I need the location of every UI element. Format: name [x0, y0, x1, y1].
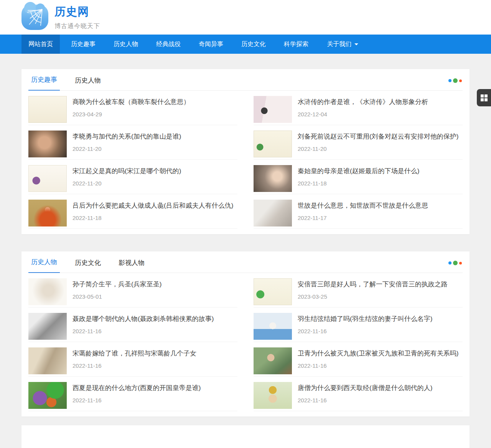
article-row[interactable]: 安倍晋三郎是好人吗，了解一下安倍晋三的执政之路 2023-03-25: [254, 273, 463, 307]
carousel-dots: [447, 261, 462, 265]
article-thumbnail: [28, 200, 67, 226]
article-title: 唐僧为什么要到西天取经(唐僧是什么朝代的人): [298, 384, 432, 392]
article-date: 2022-11-16: [72, 362, 196, 369]
nav-item-about-us[interactable]: 关于我们: [320, 35, 366, 54]
nav-item-science-explore[interactable]: 科学探索: [277, 35, 315, 54]
article-row[interactable]: 吕后为什么要把戚夫人做成人彘(吕后和戚夫人有什么仇) 2022-11-18: [28, 194, 237, 229]
article-title: 羽生结弦结婚了吗(羽生结弦的妻子叫什么名字): [298, 315, 432, 323]
article-thumbnail: [254, 347, 292, 374]
article-title: 吕后为什么要把戚夫人做成人彘(吕后和戚夫人有什么仇): [72, 202, 233, 210]
article-title: 世故是什么意思，知世故而不世故是什么意思: [298, 202, 428, 210]
article-date: 2022-11-16: [298, 328, 432, 334]
article-row[interactable]: 水浒传的作者是谁，《水浒传》人物形象分析 2022-12-04: [254, 91, 463, 125]
article-row[interactable]: 李晓勇与加代的关系(加代的靠山是谁) 2022-11-20: [28, 125, 237, 160]
article-title: 宋蔼龄嫁给了谁，孔祥熙与宋蔼龄几个子女: [72, 349, 196, 358]
tab-screen-figures[interactable]: 影视人物: [116, 258, 147, 273]
article-row[interactable]: 宋蔼龄嫁给了谁，孔祥熙与宋蔼龄几个子女 2022-11-16: [28, 342, 237, 377]
tab-history-culture2[interactable]: 历史文化: [72, 258, 104, 273]
article-title: 宋江起义是真的吗(宋江是哪个朝代的): [72, 167, 181, 175]
article-row[interactable]: 商鞅为什么被车裂（商鞅车裂什么意思） 2023-04-29: [28, 91, 237, 125]
article-title: 西夏是现在的什么地方(西夏的开国皇帝是谁): [72, 384, 201, 392]
section2-tab-row: 历史人物 历史文化 影视人物: [28, 251, 463, 273]
section2-left-column: 孙子简介生平，兵圣(兵家至圣) 2023-05-01 聂政是哪个朝代的人物(聂政…: [28, 273, 237, 411]
site-title: 历史网: [54, 4, 100, 20]
dot-orange-icon: [459, 79, 462, 82]
nav-item-history-fun[interactable]: 历史趣事: [64, 35, 102, 54]
article-date: 2023-04-29: [72, 111, 190, 117]
article-date: 2022-11-18: [72, 215, 233, 221]
article-title: 安倍晋三郎是好人吗，了解一下安倍晋三的执政之路: [298, 280, 448, 289]
article-row[interactable]: 宋江起义是真的吗(宋江是哪个朝代的) 2022-11-20: [28, 160, 237, 194]
section2-right-column: 安倍晋三郎是好人吗，了解一下安倍晋三的执政之路 2023-03-25 羽生结弦结…: [254, 273, 463, 411]
article-date: 2022-11-16: [72, 328, 214, 334]
nav-item-history-figures[interactable]: 历史人物: [107, 35, 145, 54]
nav-item-classic-battles[interactable]: 经典战役: [149, 35, 188, 54]
footer-card: [21, 425, 470, 448]
tab-history-figures[interactable]: 历史人物: [72, 76, 104, 91]
section1-left-column: 商鞅为什么被车裂（商鞅车裂什么意思） 2023-04-29 李晓勇与加代的关系(…: [28, 91, 237, 229]
article-row[interactable]: 唐僧为什么要到西天取经(唐僧是什么朝代的人) 2022-11-16: [254, 377, 463, 411]
article-date: 2022-11-20: [72, 145, 181, 152]
article-row[interactable]: 西夏是现在的什么地方(西夏的开国皇帝是谁) 2022-11-16: [28, 377, 237, 411]
article-date: 2023-05-01: [72, 293, 161, 300]
article-row[interactable]: 刘备死前说赵云不可重用(刘备对赵云有安排对他的保护) 2022-11-20: [254, 125, 463, 160]
article-title: 李晓勇与加代的关系(加代的靠山是谁): [72, 132, 181, 141]
article-thumbnail: [254, 382, 292, 409]
site-header: 历史网 博古通今晓天下: [0, 0, 491, 35]
article-row[interactable]: 世故是什么意思，知世故而不世故是什么意思 2022-11-17: [254, 194, 463, 229]
dot-blue-icon: [448, 261, 451, 265]
article-thumbnail: [28, 382, 67, 409]
article-title: 水浒传的作者是谁，《水浒传》人物形象分析: [298, 98, 428, 106]
article-thumbnail: [28, 96, 67, 123]
nav-item-about-us-label: 关于我们: [327, 41, 352, 47]
article-date: 2022-11-16: [298, 362, 458, 369]
article-thumbnail: [28, 347, 67, 374]
article-row[interactable]: 聂政是哪个朝代的人物(聂政刺杀韩相侠累的故事) 2022-11-16: [28, 307, 237, 342]
article-row[interactable]: 羽生结弦结婚了吗(羽生结弦的妻子叫什么名字) 2022-11-16: [254, 307, 463, 342]
nav-item-anecdotes[interactable]: 奇闻异事: [192, 35, 230, 54]
article-date: 2023-03-25: [298, 293, 448, 300]
article-date: 2022-11-18: [298, 180, 419, 187]
article-title: 刘备死前说赵云不可重用(刘备对赵云有安排对他的保护): [298, 132, 458, 141]
main-content: 历史趣事 历史人物 商鞅为什么被车裂（商鞅车裂什么意思） 2023-04-29: [21, 69, 470, 448]
article-date: 2022-12-04: [298, 111, 428, 117]
nav-item-history-culture[interactable]: 历史文化: [234, 35, 273, 54]
article-thumbnail: [254, 278, 292, 305]
section-history-fun: 历史趣事 历史人物 商鞅为什么被车裂（商鞅车裂什么意思） 2023-04-29: [21, 69, 470, 234]
site-subtitle: 博古通今晓天下: [54, 22, 100, 30]
article-date: 2022-11-16: [72, 397, 201, 403]
dot-green-icon: [453, 261, 458, 265]
dot-blue-icon: [448, 79, 451, 82]
article-thumbnail: [254, 131, 292, 157]
main-nav: 网站首页 历史趣事 历史人物 经典战役 奇闻异事 历史文化 科学探索 关于我们: [0, 35, 491, 54]
article-date: 2022-11-20: [72, 180, 181, 187]
article-title: 卫青为什么被灭九族(卫家被灭九族和卫青的死有关系吗): [298, 349, 458, 358]
section-history-figures: 历史人物 历史文化 影视人物 孙子简介生平，兵圣(兵家至圣) 2023-05-0…: [21, 251, 470, 417]
side-panel-toggle-button[interactable]: [477, 89, 491, 106]
dot-green-icon: [453, 78, 458, 83]
article-thumbnail: [254, 165, 292, 192]
article-row[interactable]: 秦始皇的母亲是谁(赵姬最后的下场是什么) 2022-11-18: [254, 160, 463, 194]
section1-tab-row: 历史趣事 历史人物: [28, 69, 463, 91]
tab-history-figures2[interactable]: 历史人物: [28, 258, 60, 273]
article-thumbnail: [254, 96, 292, 123]
article-thumbnail: [28, 278, 67, 305]
article-title: 孙子简介生平，兵圣(兵家至圣): [72, 280, 161, 289]
article-date: 2022-11-20: [298, 145, 458, 152]
article-title: 聂政是哪个朝代的人物(聂政刺杀韩相侠累的故事): [72, 315, 214, 323]
article-date: 2022-11-17: [298, 215, 428, 221]
article-row[interactable]: 孙子简介生平，兵圣(兵家至圣) 2023-05-01: [28, 273, 237, 307]
grid-icon: [481, 94, 488, 101]
article-row[interactable]: 卫青为什么被灭九族(卫家被灭九族和卫青的死有关系吗) 2022-11-16: [254, 342, 463, 377]
carousel-dots: [447, 78, 462, 83]
article-thumbnail: [254, 200, 292, 226]
article-thumbnail: [254, 313, 292, 340]
dot-orange-icon: [459, 262, 462, 265]
chevron-down-icon: [354, 43, 358, 45]
site-logo[interactable]: [21, 5, 48, 30]
article-thumbnail: [28, 131, 67, 157]
brand-text: 历史网 博古通今晓天下: [54, 4, 100, 30]
nav-item-home[interactable]: 网站首页: [21, 35, 60, 54]
article-title: 秦始皇的母亲是谁(赵姬最后的下场是什么): [298, 167, 419, 175]
tab-history-fun[interactable]: 历史趣事: [28, 75, 60, 91]
